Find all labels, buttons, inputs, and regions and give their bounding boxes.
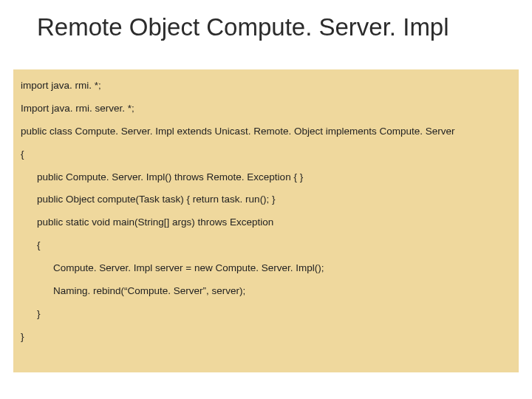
code-line: { <box>21 149 511 161</box>
code-line: } <box>21 308 511 321</box>
code-line: } <box>21 331 511 344</box>
code-line: Compute. Server. Impl server = new Compu… <box>21 262 511 275</box>
slide: Remote Object Compute. Server. Impl impo… <box>0 0 532 399</box>
code-line: import java. rmi. *; <box>21 80 511 92</box>
slide-title: Remote Object Compute. Server. Impl <box>0 0 532 41</box>
code-line: public static void main(String[] args) t… <box>21 216 511 229</box>
code-block: import java. rmi. *; Import java. rmi. s… <box>13 69 519 372</box>
code-line: Naming. rebind(“Compute. Server”, server… <box>21 285 511 298</box>
code-line: public Object compute(Task task) { retur… <box>21 194 511 206</box>
code-line: public Compute. Server. Impl() throws Re… <box>21 171 511 184</box>
code-line: { <box>21 239 511 252</box>
code-line: Import java. rmi. server. *; <box>21 103 511 115</box>
code-line: public class Compute. Server. Impl exten… <box>21 126 511 138</box>
